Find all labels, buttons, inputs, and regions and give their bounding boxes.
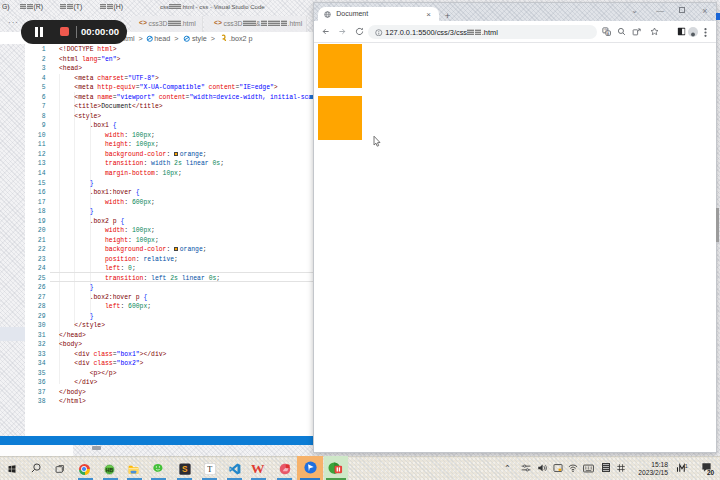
svg-text:1: 1 — [685, 463, 688, 469]
svg-text:S: S — [182, 465, 188, 474]
svg-text:T: T — [207, 465, 212, 474]
svg-text:HB: HB — [105, 466, 113, 472]
